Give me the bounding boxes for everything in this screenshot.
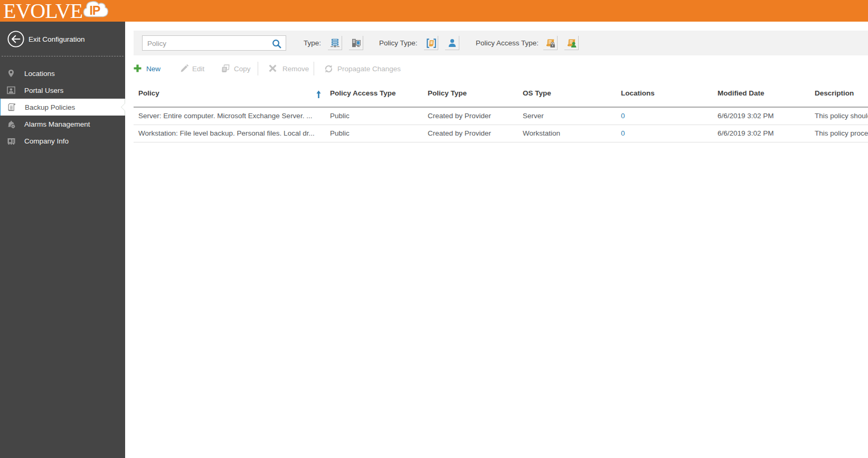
svg-text:IP: IP <box>90 4 100 17</box>
